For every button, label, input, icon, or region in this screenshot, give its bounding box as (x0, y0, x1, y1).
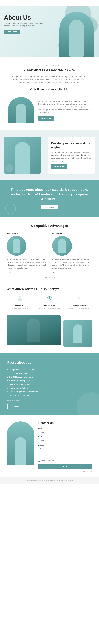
contact-form-area: Contact Us Name Email Message I accept t… (38, 422, 92, 472)
list-item: › Headquarters in UK, US & Germany (7, 368, 92, 372)
privacy-label: I accept the Privacy (41, 460, 54, 461)
name-field-row: Name (38, 428, 92, 434)
list-item: › Thousands of learning assets (7, 379, 92, 382)
contact-title: Contact Us (38, 422, 92, 425)
shop-label: One-stop-shop (6, 304, 34, 306)
efficiency-image (52, 236, 72, 256)
contact-person-image (6, 422, 34, 465)
diff-col-flexibility: Flexibility & pace are content to look h… (36, 295, 63, 310)
hero-content: About Us UI designer, photographer and t… (4, 14, 44, 34)
list-item: › In-house digital design studio (7, 382, 92, 386)
footer: Copyright © 2024. All rights reserved. C… (0, 477, 99, 484)
email-label: Email (38, 436, 92, 438)
develop-content: Develop practical new skills anytime Dui… (48, 137, 95, 174)
facts-title: Facts about us (7, 360, 92, 365)
checkbox-row: I accept the Privacy (38, 460, 92, 462)
learning-title: Learning is essential to life (8, 68, 91, 72)
believe-section: We align ourself with the aligning of ou… (0, 97, 99, 130)
develop-text: Duis aute irure dolor in reprehenderit i… (51, 151, 91, 160)
awards-section: Find out more about our awards & recogni… (0, 180, 99, 217)
learning-tag: WHY WE LOVE LEARNING... (8, 64, 91, 66)
flexibility-icon (46, 295, 54, 303)
hamburger-menu-icon[interactable]: ☰ (94, 2, 96, 5)
hero-subtitle: UI designer, photographer and travel ent… (4, 22, 44, 27)
humanizing-text: sample text click to select the Text (66, 308, 92, 310)
competitive-col-efficiency: EFFICIENCY Adipiscing bibendum est ultri… (52, 232, 92, 274)
submit-button[interactable]: SUBMIT (38, 464, 92, 469)
list-item: › 35,000+ clients worldwide (7, 372, 92, 375)
develop-image-credit: Image from Freepik (51, 160, 91, 162)
list-item: › In-house enterprise solution managemen… (7, 390, 92, 394)
develop-deco-circle (5, 164, 13, 172)
flexibility-label: Flexibility & pace (36, 304, 63, 306)
svg-point-3 (78, 297, 80, 299)
believe-inner: We align ourself with the aligning of ou… (8, 97, 91, 124)
message-textarea[interactable] (38, 447, 92, 457)
diff-col-humanizing: Humanizing work sample text click to sel… (66, 295, 92, 310)
differentiates-columns: One-stop-shop dui lorem sed ut alimet et… (6, 295, 92, 310)
list-item: › In-house learning design team (7, 386, 92, 390)
durability-more-link[interactable]: MORE (6, 272, 11, 273)
diff-big-image (6, 315, 61, 346)
believe-title: We believe in diverse thinking (8, 88, 91, 91)
awards-deco-circle (5, 204, 16, 214)
learning-text: We align ourself with the aligning of ou… (11, 75, 88, 84)
believe-text-area: We align ourself with the aligning of ou… (38, 100, 91, 120)
facts-list: › Headquarters in UK, US & Germany › 35,… (7, 368, 92, 397)
durability-image (6, 236, 26, 256)
shop-text: dui lorem sed ut alimet et (6, 308, 34, 310)
footer-text: Copyright © 2024. All rights reserved. C… (6, 480, 92, 482)
list-item: › Global content delivery team (7, 394, 92, 397)
privacy-checkbox[interactable] (38, 460, 40, 462)
nav-logo: logo (3, 2, 6, 4)
develop-section: Develop practical new skills anytime Dui… (0, 130, 99, 180)
believe-learn-more-button[interactable]: LEARN MORE (38, 116, 54, 120)
hero-section: About Us UI designer, photographer and t… (0, 6, 99, 56)
humanizing-icon (75, 295, 83, 303)
message-field-row: Message (38, 444, 92, 458)
competitive-image-credit: Images from Freepik (6, 276, 92, 278)
believe-image (8, 97, 34, 124)
humanizing-label: Humanizing work (66, 304, 92, 306)
durability-label: DURABILITY (6, 232, 47, 234)
diff-image-area (0, 312, 99, 353)
email-field-row: Email (38, 436, 92, 443)
believe-text: We align ourself with the aligning of ou… (38, 100, 91, 114)
hero-learn-more-button[interactable]: LEARN MORE (4, 30, 20, 34)
diff-col-shop: One-stop-shop dui lorem sed ut alimet et (6, 295, 34, 310)
diff-small-image (63, 320, 92, 347)
develop-image-credit-link[interactable]: Freepik (58, 160, 62, 162)
learning-section: WHY WE LOVE LEARNING... Learning is esse… (0, 56, 99, 97)
hero-title: About Us (4, 14, 44, 21)
differentiates-title: What differentiates Our Company? (6, 287, 92, 291)
develop-image-area (4, 137, 44, 174)
efficiency-label: EFFICIENCY (52, 232, 92, 234)
name-input[interactable] (38, 430, 92, 434)
contact-image-credit: Image by Freepik (38, 470, 92, 472)
durability-text: Adipiscing bibendum est ultrices integer… (6, 258, 47, 270)
develop-learn-more-button[interactable]: LEARN MORE (51, 164, 67, 168)
contact-section: Contact Us Name Email Message I accept t… (0, 415, 99, 477)
flexibility-text: are content to look how we work (36, 308, 63, 310)
list-item: › Over 5,000 subject matter experts (7, 375, 92, 379)
differentiates-section: What differentiates Our Company? One-sto… (0, 281, 99, 312)
facts-learn-more-button[interactable]: LEARN MORE (7, 404, 24, 409)
message-label: Message (38, 444, 92, 446)
shop-icon (16, 295, 24, 303)
competitive-title: Competitive Advantages (6, 224, 92, 228)
name-label: Name (38, 428, 92, 429)
hero-person-image (57, 12, 96, 56)
navigation: logo ☰ (0, 0, 99, 6)
svg-point-1 (20, 299, 20, 300)
efficiency-more-link[interactable]: MORE (52, 272, 56, 273)
awards-title: Find out more about our awards & recogni… (10, 188, 88, 201)
develop-title: Develop practical new skills anytime (51, 142, 91, 149)
competitive-section: Competitive Advantages DURABILITY Adipis… (0, 217, 99, 281)
efficiency-text: Adipiscing bibendum est ultrices integer… (52, 258, 92, 270)
facts-section: Facts about us › Headquarters in UK, US … (0, 353, 99, 415)
competitive-col-durability: DURABILITY Adipiscing bibendum est ultri… (6, 232, 47, 274)
competitive-columns: DURABILITY Adipiscing bibendum est ultri… (6, 232, 92, 274)
awards-learn-more-button[interactable]: LEARN MORE (41, 205, 58, 210)
email-input[interactable] (38, 438, 92, 443)
